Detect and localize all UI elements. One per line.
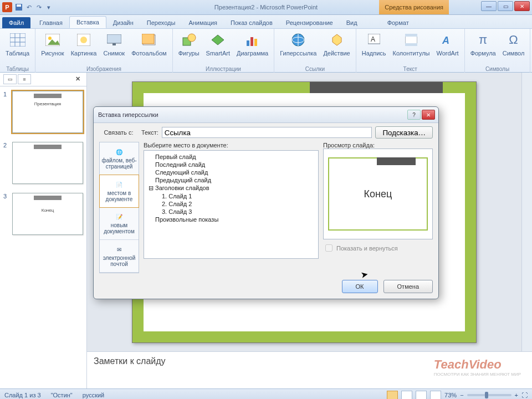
redo-icon[interactable]: ↷ [34, 3, 43, 12]
thumb-title: Конец [42, 208, 54, 213]
insert-picture-button[interactable]: Рисунок [39, 30, 66, 65]
svg-text:A: A [442, 35, 449, 46]
status-bar: Слайд 1 из 3 "Остин" русский 73% − + ⛶ [0, 388, 532, 399]
insert-equation-button[interactable]: πФормула [468, 30, 498, 65]
thumb-slide-2[interactable]: 2 [0, 137, 86, 188]
tab-insert[interactable]: Вставка [69, 16, 106, 28]
album-icon [140, 31, 158, 49]
status-slide-count: Слайд 1 из 3 [4, 392, 41, 398]
zoom-out-button[interactable]: − [460, 392, 463, 398]
dialog-help-button[interactable]: ? [407, 110, 421, 120]
label: местом в документе [100, 190, 139, 202]
svg-rect-15 [142, 34, 154, 44]
insert-table-button[interactable]: Таблица [3, 30, 32, 65]
slides-tab[interactable]: ▭ [3, 74, 17, 84]
tree-slide-3[interactable]: 3. Слайд 3 [146, 208, 316, 216]
panel-close-icon[interactable]: ✕ [75, 75, 83, 83]
insert-wordart-button[interactable]: AWordArt [434, 30, 461, 65]
dialog-title: Вставка гиперссылки [98, 111, 158, 118]
vertical-scrollbar[interactable] [521, 73, 532, 351]
fit-window-button[interactable]: ⛶ [521, 392, 528, 398]
notes-pane[interactable]: Заметки к слайду [87, 351, 532, 388]
clipart-icon [75, 31, 93, 49]
thumb-slide-3[interactable]: 3 Конец [0, 188, 86, 239]
label: Заголовки слайдов [155, 185, 209, 191]
place-tree[interactable]: Первый слайд Последний слайд Следующий с… [144, 150, 319, 259]
svg-rect-30 [405, 43, 417, 46]
screentip-button[interactable]: Подсказка… [375, 126, 433, 139]
group-title: Текст [403, 65, 417, 73]
svg-point-17 [188, 34, 196, 42]
tab-animations[interactable]: Анимация [182, 17, 224, 28]
view-sorter-button[interactable] [401, 391, 412, 399]
insert-textbox-button[interactable]: AНадпись [360, 30, 388, 65]
maximize-button[interactable]: ▭ [498, 1, 513, 11]
dialog-title-bar[interactable]: Вставка гиперссылки ? ✕ [94, 107, 438, 123]
linkto-file-web[interactable]: 🌐файлом, веб-страницей [100, 142, 139, 175]
linkto-email[interactable]: ✉электронной почтой [100, 240, 139, 273]
display-text-input[interactable] [162, 127, 372, 138]
label: Показать и вернуться [336, 245, 398, 252]
zoom-value[interactable]: 73% [444, 392, 457, 398]
zoom-in-button[interactable]: + [515, 392, 518, 398]
svg-rect-13 [112, 43, 116, 45]
link-with-label: Связать с: [99, 129, 138, 136]
tab-slideshow[interactable]: Показ слайдов [224, 17, 279, 28]
undo-icon[interactable]: ↶ [24, 3, 33, 12]
group-title: Иллюстрации [206, 65, 241, 73]
group-text: AНадпись Колонтитулы AWordArt Текст [356, 29, 465, 73]
insert-screenshot-button[interactable]: Снимок [101, 30, 127, 65]
svg-rect-29 [405, 34, 417, 37]
tree-slide-2[interactable]: 2. Слайд 2 [146, 200, 316, 208]
group-title: Изображения [86, 65, 121, 73]
linkto-place-in-doc[interactable]: 📄местом в документе [99, 175, 139, 208]
insert-album-button[interactable]: Фотоальбом [129, 30, 169, 65]
close-button[interactable]: ✕ [514, 1, 530, 11]
insert-smartart-button[interactable]: SmartArt [204, 30, 232, 65]
tab-format[interactable]: Формат [381, 17, 416, 28]
insert-action-button[interactable]: Действие [321, 30, 352, 65]
insert-symbol-button[interactable]: ΩСимвол [500, 30, 527, 65]
cancel-button[interactable]: Отмена [383, 280, 433, 293]
svg-point-11 [80, 37, 87, 43]
dialog-close-button[interactable]: ✕ [422, 110, 435, 120]
label: Фигуры [178, 50, 200, 57]
tree-last-slide[interactable]: Последний слайд [146, 161, 316, 168]
outline-tab[interactable]: ≡ [18, 74, 31, 84]
view-normal-button[interactable] [387, 391, 398, 399]
insert-shapes-button[interactable]: Фигуры [176, 30, 202, 65]
view-slideshow-button[interactable] [430, 391, 441, 399]
tab-view[interactable]: Вид [340, 17, 364, 28]
status-language[interactable]: русский [83, 392, 104, 398]
tab-review[interactable]: Рецензирование [279, 17, 340, 28]
tab-transitions[interactable]: Переходы [140, 17, 182, 28]
powerpoint-logo-icon: P [2, 2, 12, 12]
checkbox [325, 244, 332, 252]
tab-home[interactable]: Главная [33, 17, 69, 28]
label: файлом, веб-страницей [100, 157, 139, 170]
insert-hyperlink-button[interactable]: Гиперссылка [278, 30, 319, 65]
tree-slide-1[interactable]: 1. Слайд 1 [146, 192, 316, 200]
thumb-slide-1[interactable]: 1 Презентация [0, 86, 86, 137]
tree-next-slide[interactable]: Следующий слайд [146, 168, 316, 176]
tree-first-slide[interactable]: Первый слайд [146, 153, 316, 161]
linkto-new-doc[interactable]: 📝новым документом [100, 207, 139, 240]
insert-headerfooter-button[interactable]: Колонтитулы [391, 30, 432, 65]
ribbon: Таблица Таблицы Рисунок Картинка Снимок … [0, 29, 532, 73]
tab-design[interactable]: Дизайн [106, 17, 140, 28]
group-title: Символы [485, 65, 509, 73]
minimize-button[interactable]: — [481, 1, 497, 11]
label: Колонтитулы [393, 50, 430, 57]
zoom-slider[interactable] [467, 394, 511, 396]
ok-button[interactable]: ОК [342, 280, 378, 293]
insert-chart-button[interactable]: Диаграмма [234, 30, 270, 65]
tree-custom-shows[interactable]: Произвольные показы [146, 216, 316, 223]
tree-headings[interactable]: ⊟ Заголовки слайдов [146, 184, 316, 192]
view-reading-button[interactable] [416, 391, 427, 399]
tree-prev-slide[interactable]: Предыдущий слайд [146, 176, 316, 184]
symbol-icon: Ω [505, 31, 523, 49]
save-icon[interactable] [14, 3, 23, 12]
insert-clipart-button[interactable]: Картинка [69, 30, 99, 65]
tab-file[interactable]: Файл [2, 17, 30, 28]
qat-customize-icon[interactable]: ▾ [44, 3, 53, 12]
